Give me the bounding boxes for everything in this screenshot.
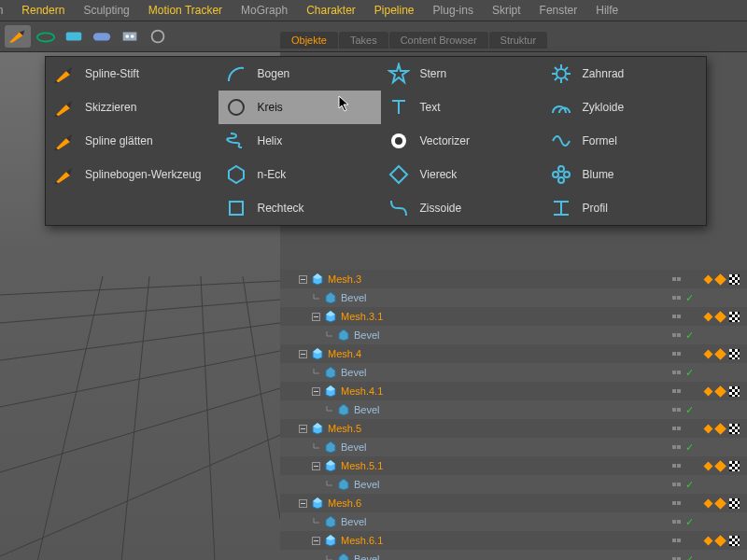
object-row-bevel[interactable]: Bevel✓ — [280, 475, 747, 494]
phong-tag-icon[interactable] — [714, 348, 726, 360]
visibility-dots-icon[interactable] — [672, 427, 681, 430]
menu-mograph[interactable]: MoGraph — [241, 4, 288, 17]
menu-skript[interactable]: Skript — [492, 4, 521, 17]
uvw-tag-icon[interactable] — [729, 424, 740, 434]
expand-toggle-icon[interactable] — [299, 499, 307, 508]
object-row-bevel[interactable]: Bevel✓ — [280, 363, 747, 382]
spline-n-eck[interactable]: n-Eck — [218, 158, 381, 191]
spline-text[interactable]: Text — [381, 91, 543, 124]
visibility-dots-icon[interactable] — [672, 464, 681, 468]
phong-tag-icon[interactable] — [714, 273, 726, 286]
visibility-dots-icon[interactable] — [672, 483, 681, 486]
spline-pen-tool-icon[interactable] — [5, 25, 31, 48]
spline-vectorizer[interactable]: Vectorizer — [381, 124, 543, 158]
enable-check-icon[interactable]: ✓ — [685, 479, 694, 491]
phong-tag-icon[interactable] — [714, 535, 726, 547]
menu-sculpting[interactable]: Sculpting — [83, 4, 129, 17]
visibility-dots-icon[interactable] — [672, 277, 681, 281]
expand-toggle-icon[interactable] — [312, 462, 320, 470]
expand-toggle-icon[interactable] — [312, 537, 320, 545]
visibility-dots-icon[interactable] — [672, 333, 681, 337]
visibility-dots-icon[interactable] — [672, 296, 681, 300]
object-row-bevel[interactable]: Bevel✓ — [280, 512, 747, 531]
object-row-bevel[interactable]: Bevel✓ — [280, 438, 747, 456]
spline-spline-stift[interactable]: Spline-Stift — [46, 57, 218, 91]
spline-kreis[interactable]: Kreis — [218, 91, 381, 124]
object-row-bevel[interactable]: Bevel✓ — [280, 400, 747, 419]
object-row-mesh[interactable]: Mesh.3.1 — [280, 307, 747, 326]
object-row-mesh[interactable]: Mesh.5.1 — [280, 456, 747, 475]
visibility-dots-icon[interactable] — [672, 315, 681, 318]
spline-stern[interactable]: Stern — [381, 57, 543, 91]
uvw-tag-icon[interactable] — [729, 386, 740, 397]
visibility-dots-icon[interactable] — [672, 501, 681, 505]
object-row-mesh[interactable]: Mesh.4 — [280, 344, 747, 363]
menu-pipeline[interactable]: Pipeline — [374, 4, 415, 17]
object-row-mesh[interactable]: Mesh.5 — [280, 419, 747, 438]
visibility-dots-icon[interactable] — [672, 371, 681, 374]
menu-plug-ins[interactable]: Plug-ins — [433, 4, 473, 17]
menu-motion tracker[interactable]: Motion Tracker — [148, 4, 222, 17]
expand-toggle-icon[interactable] — [299, 350, 307, 358]
tab-struktur[interactable]: Struktur — [489, 32, 548, 49]
spline-helix[interactable]: Helix — [218, 124, 381, 158]
object-row-mesh[interactable]: Mesh.3 — [280, 270, 747, 288]
expand-toggle-icon[interactable] — [299, 425, 307, 433]
tool-4-icon[interactable] — [89, 25, 115, 48]
enable-check-icon[interactable]: ✓ — [685, 329, 694, 342]
enable-check-icon[interactable]: ✓ — [685, 441, 694, 454]
visibility-dots-icon[interactable] — [672, 389, 681, 393]
uvw-tag-icon[interactable] — [729, 349, 740, 359]
visibility-dots-icon[interactable] — [672, 445, 681, 449]
menu-ren[interactable]: ren — [0, 4, 3, 17]
visibility-dots-icon[interactable] — [672, 539, 681, 542]
object-row-mesh[interactable]: Mesh.4.1 — [280, 382, 747, 400]
expand-toggle-icon[interactable] — [312, 313, 320, 321]
enable-check-icon[interactable]: ✓ — [685, 367, 694, 379]
spline-zissoide[interactable]: Zissoide — [381, 191, 543, 225]
phong-tag-icon[interactable] — [704, 349, 713, 358]
uvw-tag-icon[interactable] — [729, 498, 740, 509]
phong-tag-icon[interactable] — [704, 386, 713, 396]
object-row-bevel[interactable]: Bevel✓ — [280, 288, 747, 307]
enable-check-icon[interactable]: ✓ — [685, 516, 694, 528]
phong-tag-icon[interactable] — [704, 536, 713, 545]
phong-tag-icon[interactable] — [714, 311, 726, 323]
spline-splinebogen-werkzeug[interactable]: Splinebogen-Werkzeug — [46, 158, 218, 191]
visibility-dots-icon[interactable] — [672, 520, 681, 524]
tool-6-icon[interactable] — [145, 25, 171, 48]
phong-tag-icon[interactable] — [704, 461, 713, 470]
menu-charakter[interactable]: Charakter — [306, 4, 356, 17]
spline-spline-gl-tten[interactable]: Spline glätten — [46, 124, 218, 158]
tab-takes[interactable]: Takes — [339, 32, 388, 49]
uvw-tag-icon[interactable] — [729, 274, 740, 285]
spline-blume[interactable]: Blume — [543, 158, 706, 191]
spline-rechteck[interactable]: Rechteck — [218, 191, 381, 225]
phong-tag-icon[interactable] — [704, 312, 713, 321]
tool-3-icon[interactable] — [61, 25, 87, 48]
phong-tag-icon[interactable] — [714, 385, 726, 398]
visibility-dots-icon[interactable] — [672, 352, 681, 356]
object-row-mesh[interactable]: Mesh.6 — [280, 494, 747, 512]
object-row-bevel[interactable]: Bevel✓ — [280, 326, 747, 344]
phong-tag-icon[interactable] — [714, 497, 726, 510]
enable-check-icon[interactable]: ✓ — [685, 404, 694, 416]
tool-5-icon[interactable] — [117, 25, 143, 48]
tool-2-icon[interactable] — [33, 25, 59, 48]
phong-tag-icon[interactable] — [704, 424, 713, 433]
tab-content-browser[interactable]: Content Browser — [389, 32, 488, 49]
spline-zahnrad[interactable]: Zahnrad — [543, 57, 706, 91]
visibility-dots-icon[interactable] — [672, 408, 681, 412]
spline-zykloide[interactable]: Zykloide — [543, 91, 706, 124]
phong-tag-icon[interactable] — [704, 498, 713, 508]
enable-check-icon[interactable]: ✓ — [685, 553, 694, 561]
spline-profil[interactable]: Profil — [543, 191, 706, 225]
spline-skizzieren[interactable]: Skizzieren — [46, 91, 218, 124]
expand-toggle-icon[interactable] — [312, 387, 320, 396]
uvw-tag-icon[interactable] — [729, 312, 740, 322]
menu-rendern[interactable]: Rendern — [21, 4, 64, 17]
object-row-mesh[interactable]: Mesh.6.1 — [280, 531, 747, 550]
spline-viereck[interactable]: Viereck — [381, 158, 543, 191]
menu-fenster[interactable]: Fenster — [540, 4, 578, 17]
spline-bogen[interactable]: Bogen — [218, 57, 381, 91]
